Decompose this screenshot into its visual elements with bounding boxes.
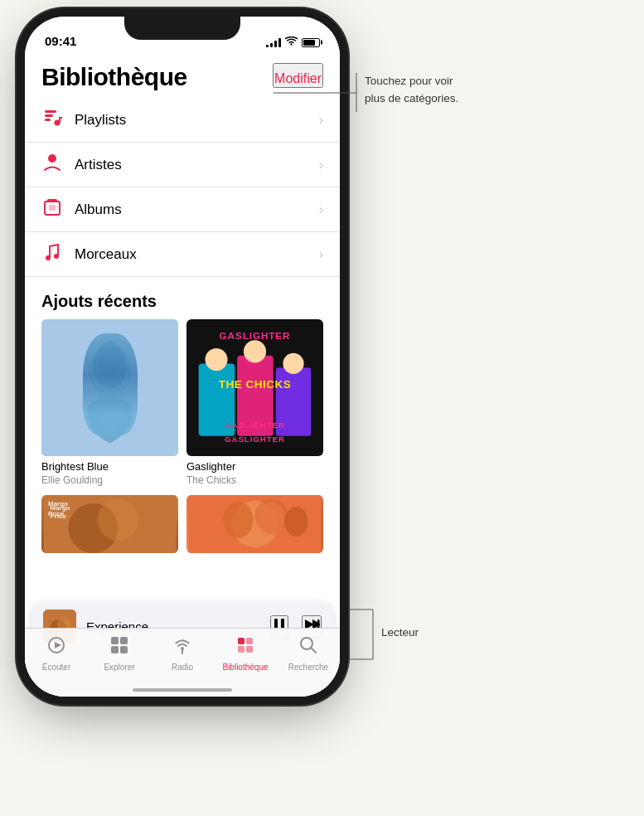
library-item-artists[interactable]: Artistes › xyxy=(25,143,340,187)
signal-icon xyxy=(266,37,281,47)
library-tab-label: Bibliothèque xyxy=(222,663,268,672)
lecteur-callout-text: Lecteur xyxy=(381,626,419,639)
albums-label: Albums xyxy=(75,202,122,218)
tab-library[interactable]: Bibliothèque xyxy=(220,635,270,672)
playlists-chevron: › xyxy=(319,113,323,128)
browse-icon xyxy=(109,635,129,660)
tab-bar: Écouter Explorer xyxy=(25,628,340,697)
svg-point-15 xyxy=(93,345,127,388)
svg-point-23 xyxy=(283,353,303,374)
lecteur-callout: Lecteur xyxy=(381,626,419,639)
svg-rect-49 xyxy=(111,646,119,653)
svg-rect-2 xyxy=(45,114,53,117)
album-artist-brightest-blue: Ellie Goulding xyxy=(41,474,178,488)
album-name-gaslighter: Gaslighter xyxy=(186,460,323,474)
radio-label: Radio xyxy=(172,663,193,672)
albums-icon xyxy=(41,198,63,221)
album-artist-gaslighter: The Chicks xyxy=(186,474,323,488)
svg-text:GASLIGHTER: GASLIGHTER xyxy=(225,435,285,444)
album-cover-gaslighter: GASLIGHTER THE CHICKS GASLIGHTER GASLIGH… xyxy=(186,319,323,456)
svg-rect-3 xyxy=(45,119,51,121)
svg-rect-6 xyxy=(59,117,62,119)
artists-icon xyxy=(41,153,63,176)
modifier-callout: Touchez pour voirplus de catégories. xyxy=(365,73,458,108)
svg-rect-53 xyxy=(238,638,245,644)
library-item-songs[interactable]: Morceaux › xyxy=(25,232,340,277)
svg-rect-9 xyxy=(47,199,57,202)
svg-text:Margo: Margo xyxy=(51,504,70,512)
songs-chevron: › xyxy=(319,247,323,262)
status-time: 09:41 xyxy=(45,34,76,48)
svg-point-7 xyxy=(48,154,56,163)
listen-label: Écouter xyxy=(42,663,70,672)
svg-marker-46 xyxy=(55,642,61,648)
svg-point-0 xyxy=(291,44,293,46)
library-item-playlists[interactable]: Playlists › xyxy=(25,98,340,143)
modifier-button[interactable]: Modifier xyxy=(273,63,323,88)
svg-rect-1 xyxy=(45,110,56,113)
header: Bibliothèque Modifier xyxy=(25,53,340,98)
tab-search[interactable]: Recherche xyxy=(283,635,333,672)
home-indicator xyxy=(133,688,232,692)
svg-text:GASLIGHTER: GASLIGHTER xyxy=(225,420,285,430)
svg-rect-48 xyxy=(120,637,128,644)
album-item-gaslighter[interactable]: GASLIGHTER THE CHICKS GASLIGHTER GASLIGH… xyxy=(186,319,323,487)
battery-icon xyxy=(302,38,320,47)
svg-point-36 xyxy=(224,502,254,538)
svg-rect-47 xyxy=(111,637,119,644)
albums-grid: Brightest Blue Ellie Goulding xyxy=(25,319,340,487)
tab-radio[interactable]: Radio xyxy=(157,635,207,672)
search-tab-icon xyxy=(298,635,318,660)
content-area: Bibliothèque Modifier xyxy=(25,53,340,697)
artists-label: Artistes xyxy=(75,157,122,173)
status-icons xyxy=(266,36,320,48)
svg-point-11 xyxy=(46,255,51,260)
recent-section-header: Ajouts récents xyxy=(25,277,340,319)
svg-point-16 xyxy=(97,341,123,375)
phone-frame: 09:41 xyxy=(25,17,340,697)
svg-rect-10 xyxy=(49,205,56,211)
svg-rect-50 xyxy=(120,646,128,653)
modifier-callout-text: Touchez pour voirplus de catégories. xyxy=(365,75,458,104)
listen-icon xyxy=(46,635,66,660)
album-item-orange[interactable] xyxy=(186,495,323,553)
notch xyxy=(124,17,240,40)
svg-rect-54 xyxy=(246,638,253,644)
songs-icon xyxy=(41,243,63,265)
svg-point-21 xyxy=(205,348,227,371)
radio-icon xyxy=(172,635,192,660)
svg-rect-56 xyxy=(246,646,253,653)
svg-point-37 xyxy=(259,502,285,535)
wifi-icon xyxy=(285,36,298,48)
svg-text:GASLIGHTER: GASLIGHTER xyxy=(220,330,291,341)
album-name-brightest-blue: Brightest Blue xyxy=(41,460,178,474)
albums-chevron: › xyxy=(319,202,323,217)
page-title: Bibliothèque xyxy=(41,63,187,91)
svg-point-12 xyxy=(54,254,59,259)
album-item-margo[interactable]: Margo Price xyxy=(41,495,178,553)
svg-rect-55 xyxy=(238,646,245,653)
songs-label: Morceaux xyxy=(75,246,137,263)
artists-chevron: › xyxy=(319,158,323,172)
album-cover-brightest-blue xyxy=(41,319,178,456)
search-tab-label: Recherche xyxy=(288,663,328,672)
albums-partial-row: Margo Price xyxy=(25,487,340,553)
tab-browse[interactable]: Explorer xyxy=(94,635,144,672)
svg-line-58 xyxy=(312,648,317,653)
library-tab-icon xyxy=(235,635,255,660)
svg-text:Price: Price xyxy=(51,512,67,520)
svg-point-22 xyxy=(244,340,266,362)
playlists-icon xyxy=(41,109,63,131)
browse-label: Explorer xyxy=(104,663,134,672)
svg-point-38 xyxy=(285,507,308,537)
playlists-label: Playlists xyxy=(75,112,126,129)
album-item-brightest-blue[interactable]: Brightest Blue Ellie Goulding xyxy=(41,319,178,487)
tab-listen[interactable]: Écouter xyxy=(31,635,81,672)
library-list: Playlists › Artistes › xyxy=(25,98,340,277)
svg-point-30 xyxy=(98,499,139,541)
svg-text:THE CHICKS: THE CHICKS xyxy=(219,378,292,391)
library-item-albums[interactable]: Albums › xyxy=(25,187,340,232)
svg-point-14 xyxy=(89,345,132,396)
